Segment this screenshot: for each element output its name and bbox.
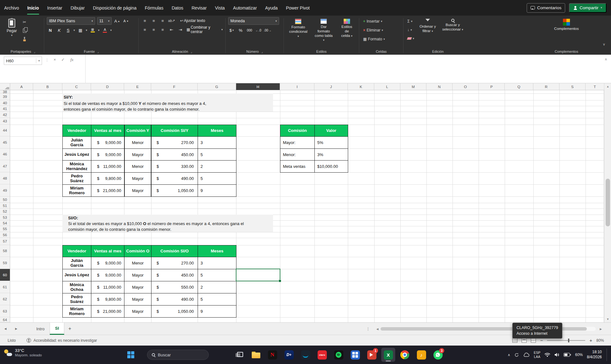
format-as-table-button[interactable]: Dar formatocomo tabla ▾: [312, 17, 335, 44]
menu-revisar[interactable]: Revisar: [187, 0, 211, 16]
cell-ventas[interactable]: $9,800.00: [91, 293, 124, 306]
menu-automatizar[interactable]: Automatizar: [229, 0, 261, 16]
col-header-D[interactable]: D: [91, 83, 124, 90]
cell-ventas[interactable]: $11,000.00: [91, 281, 124, 293]
col-header-O[interactable]: O: [453, 83, 479, 90]
col-header-A[interactable]: A: [10, 83, 33, 90]
header-cell[interactable]: Comisión: [280, 125, 315, 137]
autosum-button[interactable]: Σ▾: [406, 18, 416, 25]
orientation-button[interactable]: ab↗: [168, 17, 175, 24]
taskbar-clock[interactable]: 18:10 8/4/2026: [587, 350, 602, 360]
active-cell-H60[interactable]: [236, 269, 280, 281]
cell-meses[interactable]: 5: [198, 269, 236, 281]
cell-comision[interactable]: Mayor: [124, 281, 151, 293]
cell-meses[interactable]: 3: [198, 257, 236, 269]
row-header-43[interactable]: 43: [0, 118, 10, 125]
header-cell[interactable]: Vendedor: [63, 245, 91, 257]
comments-button[interactable]: Comentarios: [527, 3, 565, 13]
row-header-54[interactable]: 54: [0, 220, 10, 226]
col-header-I[interactable]: I: [280, 83, 314, 90]
cell-comision[interactable]: Mayor: [124, 149, 151, 161]
row-header-60[interactable]: 60: [0, 269, 10, 281]
row-header-55[interactable]: 55: [0, 226, 10, 232]
volume-icon[interactable]: [554, 353, 559, 357]
vertical-scrollbar[interactable]: ▲ ▼: [604, 83, 611, 322]
yellow-music-app-button[interactable]: ♪: [414, 348, 428, 362]
font-size-combo[interactable]: 11▾: [97, 17, 112, 25]
tab-scroll-right-icon[interactable]: ▶: [11, 323, 22, 335]
cell-ventas[interactable]: $9,000.00: [91, 269, 124, 281]
zoom-level[interactable]: 80%: [596, 338, 604, 343]
row-header-48[interactable]: 48: [0, 172, 10, 184]
cell-comision-siy[interactable]: $270.00: [151, 137, 198, 149]
col-header-C[interactable]: C: [62, 83, 91, 90]
delete-cells-button[interactable]: ×Eliminar▾: [362, 27, 386, 34]
cell-comision[interactable]: Menor: [124, 161, 151, 173]
currency-button[interactable]: $▾: [228, 27, 235, 34]
red-media-app-button[interactable]: 1: [365, 348, 379, 362]
header-cell[interactable]: Ventas al mes: [91, 125, 124, 137]
cell-vendedor[interactable]: Julián García: [63, 257, 91, 269]
cell-comision[interactable]: Mayor: [124, 269, 151, 281]
namebox-resize-handle[interactable]: ⋮: [45, 58, 49, 62]
align-top-button[interactable]: ≡: [141, 17, 148, 24]
chrome-button[interactable]: [398, 348, 412, 362]
cell-vendedor[interactable]: Miriam Romero: [63, 306, 91, 318]
col-header-L[interactable]: L: [374, 83, 400, 90]
cell-vendedor[interactable]: Miriam Romero: [63, 185, 91, 197]
number-format-combo[interactable]: Moneda▾: [228, 17, 279, 25]
cell-meses[interactable]: 5: [198, 293, 236, 306]
cell-vendedor[interactable]: Julián García: [63, 137, 91, 149]
col-header-K[interactable]: K: [348, 83, 374, 90]
cell-comision[interactable]: Mayor: [124, 173, 151, 185]
zoom-slider[interactable]: [547, 340, 585, 341]
hidden-icons-chevron[interactable]: ∧: [508, 353, 510, 357]
row-header-56[interactable]: 56: [0, 232, 10, 238]
header-cell[interactable]: Meses: [198, 245, 236, 257]
paste-button[interactable]: Pegar ▾: [4, 17, 19, 38]
scroll-down-icon[interactable]: ▼: [604, 316, 611, 322]
cell-label[interactable]: Menor:: [280, 149, 315, 161]
col-header-R[interactable]: R: [533, 83, 559, 90]
cell-label[interactable]: Mayor:: [280, 137, 315, 149]
row-header-63[interactable]: 63: [0, 305, 10, 317]
dialog-launcher-icon[interactable]: ⌟: [261, 50, 263, 53]
cell-value[interactable]: 5%: [315, 137, 348, 149]
align-center-button[interactable]: ≡: [150, 26, 157, 33]
row-header-49[interactable]: 49: [0, 184, 10, 196]
clear-button[interactable]: ▾: [406, 35, 416, 42]
col-header-T[interactable]: T: [586, 83, 604, 90]
fill-color-button[interactable]: ▦: [89, 27, 96, 34]
menu-disposicion[interactable]: Disposición de página: [89, 0, 141, 16]
cell-value[interactable]: 3%: [315, 149, 348, 161]
conditional-formatting-button[interactable]: Formatocondicional ▾: [286, 17, 310, 40]
language-indicator[interactable]: ESP LAA: [534, 351, 540, 359]
cell-comision-sio[interactable]: $550.00: [151, 281, 198, 293]
cell-vendedor[interactable]: Pedro Suárez: [63, 293, 91, 306]
cell-comision-siy[interactable]: $490.00: [151, 173, 198, 185]
format-cells-button[interactable]: ▦Formato▾: [362, 36, 386, 43]
zoom-in-button[interactable]: +: [589, 338, 592, 343]
cell-comision-siy[interactable]: $1,050.00: [151, 185, 198, 197]
page-break-view-button[interactable]: [531, 338, 536, 343]
collapse-ribbon-icon[interactable]: ∨: [603, 42, 605, 46]
borders-dropdown[interactable]: ▾: [86, 29, 88, 32]
horizontal-scrollbar[interactable]: [381, 327, 596, 331]
row-header-39[interactable]: 39: [0, 93, 10, 100]
row-header-50[interactable]: 50: [0, 196, 10, 203]
enter-button[interactable]: ✓: [60, 57, 66, 62]
underline-button[interactable]: S: [65, 27, 72, 34]
cell-vendedor[interactable]: Jesús López: [63, 149, 91, 161]
cell-ventas[interactable]: $9,000.00: [91, 257, 124, 269]
row-header-45[interactable]: 45: [0, 136, 10, 148]
decrease-decimal-button[interactable]: .00→: [264, 27, 271, 34]
cell-vendedor[interactable]: Jesús López: [63, 269, 91, 281]
claro-video-button[interactable]: claro: [315, 348, 329, 362]
cell-meses[interactable]: 9: [198, 185, 236, 197]
cell-comision-siy[interactable]: $330.00: [151, 161, 198, 173]
cell-label[interactable]: Meta ventas: [280, 161, 315, 173]
row-header-51[interactable]: 51: [0, 203, 10, 209]
hscroll-right-icon[interactable]: ▶: [598, 326, 603, 332]
row-header-38[interactable]: 38: [0, 90, 10, 93]
decrease-indent-button[interactable]: ⇤: [168, 26, 175, 33]
